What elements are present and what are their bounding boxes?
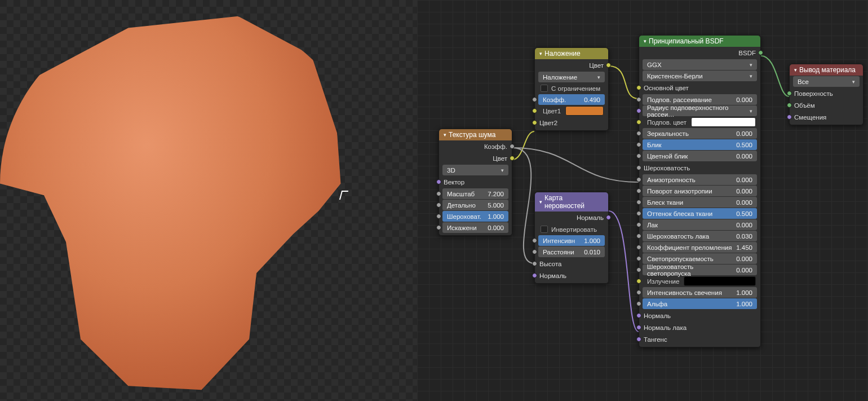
socket-in-roughness[interactable] [636, 165, 641, 170]
node-header[interactable]: Карта неровностей [535, 192, 608, 211]
socket-in-normal[interactable] [636, 313, 641, 318]
blend-mode-select[interactable]: Наложение [538, 72, 605, 82]
socket-in-volume[interactable] [787, 103, 792, 108]
socket-in-vector[interactable] [436, 179, 441, 184]
alpha-slider[interactable]: Альфа1.000 [643, 298, 757, 309]
clearcoat-slider[interactable]: Лак0.000 [643, 219, 757, 230]
socket-in-cc-rough[interactable] [636, 233, 641, 239]
subsurface-slider[interactable]: Подпов. рассеивание0.000 [643, 94, 757, 105]
invert-checkbox[interactable]: Инвертировать [538, 224, 605, 235]
distance-slider[interactable]: Расстояни0.010 [538, 246, 605, 257]
socket-in-detail[interactable] [436, 202, 441, 208]
volume-label: Объём [794, 102, 815, 109]
socket-out-color[interactable] [510, 156, 515, 161]
socket-in-transmission[interactable] [636, 256, 641, 261]
node-header[interactable]: Текстура шума [439, 129, 512, 140]
node-material-output[interactable]: Вывод материала Все Поверхность Объём См… [789, 64, 863, 125]
node-mix-rgb[interactable]: Наложение Цвет Наложение С ограничением … [534, 47, 609, 131]
socket-in-emission[interactable] [636, 279, 641, 284]
color2-label: Цвет2 [539, 120, 557, 126]
subsurface-radius-select[interactable]: Радиус подповерхностного рассеи… [643, 105, 757, 116]
node-editor[interactable]: Текстура шума Коэфф. Цвет 3D Вектор Масш… [417, 0, 868, 401]
socket-out-bsdf[interactable] [758, 50, 763, 55]
subsurface-method-select[interactable]: Кристенсен-Берли [643, 70, 757, 81]
node-principled-bsdf[interactable]: Принципиальный BSDF BSDF GGX Кристенсен-… [639, 35, 761, 347]
socket-in-cc-normal[interactable] [636, 325, 641, 330]
target-select[interactable]: Все [793, 76, 860, 87]
clearcoat-rough-slider[interactable]: Шероховатость лака0.030 [643, 231, 757, 241]
sheen-tint-slider[interactable]: Оттенок блеска ткани0.500 [643, 208, 757, 219]
socket-out-fac[interactable] [510, 144, 515, 149]
tangent-label: Тангенс [644, 336, 667, 343]
viewport-3d[interactable] [0, 0, 417, 401]
socket-in-scale[interactable] [436, 191, 441, 196]
model-render [0, 8, 366, 398]
clamp-checkbox[interactable]: С ограничением [538, 83, 605, 94]
detail-slider[interactable]: Детально5.000 [442, 200, 508, 210]
socket-in-tangent[interactable] [636, 337, 641, 342]
socket-in-distance[interactable] [532, 249, 537, 254]
socket-in-normal[interactable] [532, 273, 537, 278]
socket-in-spec-tint[interactable] [636, 153, 641, 158]
socket-in-sheen[interactable] [636, 200, 641, 205]
socket-out-normal[interactable] [606, 215, 611, 220]
color1-swatch[interactable]: Цвет1 [538, 105, 605, 116]
socket-in-sss-color[interactable] [636, 120, 641, 125]
socket-in-fac[interactable] [532, 97, 537, 102]
transmission-slider[interactable]: Светопропускаемость0.000 [643, 253, 757, 264]
aniso-rotation-slider[interactable]: Поворот анизотропии0.000 [643, 186, 757, 196]
node-noise-texture[interactable]: Текстура шума Коэфф. Цвет 3D Вектор Масш… [439, 129, 512, 236]
socket-in-subsurface[interactable] [636, 97, 641, 102]
socket-in-color2[interactable] [532, 120, 537, 125]
socket-in-color1[interactable] [532, 108, 537, 113]
socket-in-roughness[interactable] [436, 214, 441, 219]
sheen-slider[interactable]: Блеск ткани0.000 [643, 197, 757, 208]
out-bsdf-label: BSDF [738, 50, 756, 56]
emission-swatch[interactable]: Излучение [643, 276, 757, 287]
socket-in-distortion[interactable] [436, 225, 441, 230]
distortion-slider[interactable]: Искажени0.000 [442, 222, 508, 233]
trans-rough-slider[interactable]: Шероховатость светопропуска0.000 [643, 265, 757, 275]
normal-label: Нормаль [539, 272, 566, 279]
socket-in-ior[interactable] [636, 245, 641, 250]
socket-in-surface[interactable] [787, 91, 792, 96]
socket-in-strength[interactable] [532, 238, 537, 243]
displacement-label: Смещения [794, 114, 826, 121]
node-header[interactable]: Наложение [535, 48, 608, 59]
subsurface-color-swatch[interactable]: Подпов. цвет [643, 117, 757, 127]
node-header[interactable]: Принципиальный BSDF [639, 36, 760, 47]
socket-in-specular[interactable] [636, 131, 641, 136]
socket-in-sss-radius[interactable] [636, 108, 641, 113]
socket-in-height[interactable] [532, 261, 537, 266]
socket-out-color[interactable] [606, 63, 611, 68]
scale-slider[interactable]: Масштаб7.200 [442, 188, 508, 199]
fac-slider[interactable]: Коэфф.0.490 [538, 94, 605, 105]
node-bump[interactable]: Карта неровностей Нормаль Инвертировать … [534, 192, 609, 284]
socket-in-sheen-tint[interactable] [636, 211, 641, 216]
socket-in-alpha[interactable] [636, 301, 641, 306]
socket-in-base-color[interactable] [636, 85, 641, 90]
socket-in-trans-rough[interactable] [636, 267, 641, 272]
anisotropic-slider[interactable]: Анизотропность0.000 [643, 174, 757, 185]
specular-slider[interactable]: Зеркальность0.000 [643, 128, 757, 139]
out-color-label: Цвет [589, 62, 604, 69]
specular-tint-slider[interactable]: Блик0.500 [643, 139, 757, 150]
noise-dimensions-select[interactable]: 3D [442, 165, 508, 175]
in-vector-label: Вектор [444, 179, 464, 186]
node-header[interactable]: Вывод материала [790, 64, 863, 76]
ior-slider[interactable]: Коэффициент преломления1.450 [643, 242, 757, 253]
socket-in-aniso-rot[interactable] [636, 188, 641, 193]
socket-in-aniso[interactable] [636, 177, 641, 182]
surface-label: Поверхность [794, 90, 833, 97]
socket-in-displacement[interactable] [787, 114, 792, 120]
distribution-select[interactable]: GGX [643, 59, 757, 70]
socket-in-clearcoat[interactable] [636, 222, 641, 227]
normal-label: Нормаль [644, 312, 671, 319]
mouse-cursor [340, 191, 348, 201]
socket-in-emit-strength[interactable] [636, 290, 641, 295]
roughness-slider[interactable]: Шероховат.1.000 [442, 211, 508, 222]
specular-tint2-slider[interactable]: Цветной блик0.000 [643, 151, 757, 161]
emission-strength-slider[interactable]: Интенсивность свечения1.000 [643, 287, 757, 298]
socket-in-spec-glint[interactable] [636, 142, 641, 147]
strength-slider[interactable]: Интенсивн1.000 [538, 235, 605, 246]
